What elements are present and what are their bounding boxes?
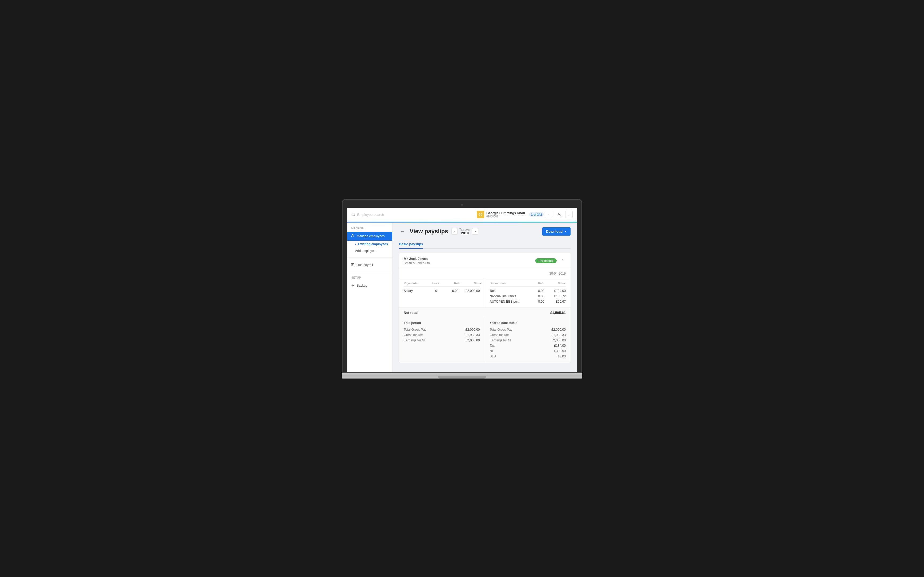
list-item: Gross for Tax £1,933.33 [404,332,480,338]
sidebar-divider-1 [347,257,392,258]
net-total-value: £1,595.61 [550,311,566,315]
payslip-tables: Payments Hours Rate Value Salary 0 0.00 [399,278,570,308]
list-item: Earnings for NI £2,000.00 [404,338,480,343]
run-payroll-icon [351,263,355,268]
table-row: Salary 0 0.00 £2,000.00 [404,288,480,293]
app-layout: MANAGE Manage employees Existing employe… [347,222,577,372]
payslip-date: 30-04-2019 [399,269,570,278]
search-icon [351,212,355,217]
camera-dot [461,204,463,206]
payslip-card: Mr Jack Jones Smith & Jones Ltd. Process… [399,253,570,363]
tab-basic-payslips-label: Basic payslips [399,242,423,246]
download-button[interactable]: Download ▼ [542,227,570,235]
ytd-key-4: NI [490,349,493,353]
ytd-key-1: Gross for Tax [490,333,509,337]
net-total-label: Net total [404,311,418,315]
tax-year-label: Tax year [459,228,470,231]
list-item: Total Gross Pay £2,000.00 [490,327,566,332]
deductions-table: Deductions Rate Value Tax 0.00 £184.00 [485,278,571,308]
svg-rect-4 [351,263,354,266]
table-row: AUTOPEN EES per. 0.00 £66.67 [490,299,566,304]
top-bar-right: ⌄ [556,211,573,218]
deductions-header-row: Deductions Rate Value [490,282,566,287]
list-item: Earnings for NI £2,000.00 [490,338,566,343]
this-period-val-0: £2,000.00 [465,328,480,332]
list-item: NI £330.50 [490,348,566,354]
tax-year-nav: ‹ Tax year 2019 › [451,228,478,235]
tabs-bar: Basic payslips [399,240,570,249]
tax-year-prev-button[interactable]: ‹ [451,228,458,235]
search-placeholder: Employee search [357,213,384,217]
deduction-rate-0: 0.00 [523,289,544,293]
deduction-label-2: AUTOPEN EES per. [490,300,523,303]
manage-employees-label: Manage employees [357,234,385,238]
payslip-header-right: Processed ⌃ [535,258,566,264]
sidebar-item-run-payroll[interactable]: Run payroll [347,261,392,269]
ytd-col: Year to date totals Total Gross Pay £2,0… [485,318,571,363]
ytd-heading: Year to date totals [490,321,566,325]
ytd-key-2: Earnings for NI [490,338,511,342]
list-item: SLD £0.00 [490,354,566,359]
list-item: Tax £184.00 [490,343,566,348]
this-period-key-2: Earnings for NI [404,338,425,342]
page-title: View payslips [410,228,448,235]
deduction-rate-1: 0.00 [523,294,544,298]
main-content: ← View payslips ‹ Tax year 2019 › [393,222,577,372]
back-button[interactable]: ← [399,227,406,235]
sidebar: MANAGE Manage employees Existing employe… [347,222,393,372]
svg-point-2 [559,213,560,214]
existing-employees-label: Existing employees [358,242,388,246]
search-area[interactable]: Employee search [351,212,477,217]
tax-year-next-button[interactable]: › [472,228,478,235]
ytd-key-5: SLD [490,355,496,358]
backup-icon [351,284,355,288]
sidebar-item-backup[interactable]: Backup [347,281,392,290]
deduction-label-0: Tax [490,289,523,293]
deductions-rate-col: Rate [523,282,544,285]
ytd-key-3: Tax [490,344,495,348]
page-header-left: ← View payslips ‹ Tax year 2019 › [399,227,478,235]
this-period-val-2: £2,000.00 [465,338,480,342]
avatar: GC [477,211,484,218]
sidebar-item-existing-employees[interactable]: Existing employees [347,241,392,248]
payment-rate-0: 0.00 [437,289,459,293]
backup-label: Backup [357,284,367,287]
laptop-bezel: Employee search GC Georgia Cummings Knol… [342,199,582,372]
nav-counter: 1 of 242 › [529,211,552,218]
tab-basic-payslips[interactable]: Basic payslips [399,240,423,248]
employee-id: 01000001 [486,215,525,218]
status-badge: Processed [535,258,557,263]
ytd-val-2: £2,000.00 [552,338,566,342]
this-period-col: This period Total Gross Pay £2,000.00 Gr… [399,318,485,363]
laptop-base [342,372,582,379]
svg-point-0 [352,213,354,215]
this-period-val-1: £1,933.33 [465,333,480,337]
deductions-value-col: Value [544,282,566,285]
nav-next-button[interactable]: › [545,211,552,218]
deduction-value-0: £184.00 [544,289,566,293]
download-chevron-icon: ▼ [564,230,567,233]
download-label: Download [546,229,562,234]
payments-table: Payments Hours Rate Value Salary 0 0.00 [399,278,485,308]
svg-point-3 [352,234,353,235]
deduction-value-2: £66.67 [544,300,566,303]
deductions-col-label: Deductions [490,282,523,285]
net-total-row: Net total £1,595.61 [399,308,570,318]
manage-section-label: MANAGE [347,227,392,230]
payment-hours-0: 0 [416,289,437,293]
user-icon-button[interactable] [556,211,563,218]
sidebar-item-add-employee[interactable]: Add employee [347,248,392,254]
this-period-key-1: Gross for Tax [404,333,423,337]
this-period-key-0: Total Gross Pay [404,328,426,332]
sidebar-item-manage-employees[interactable]: Manage employees [347,232,392,241]
ytd-val-3: £184.00 [554,344,566,348]
payments-hours-col: Hours [418,282,439,285]
payslip-company: Smith & Jones Ltd. [404,261,431,265]
dropdown-arrow-button[interactable]: ⌄ [565,211,573,218]
employee-info: GC Georgia Cummings Knoll 01000001 1 of … [477,211,552,218]
ytd-val-0: £2,000.00 [552,328,566,332]
table-row: Tax 0.00 £184.00 [490,288,566,293]
payment-value-0: £2,000.00 [459,289,480,293]
collapse-button[interactable]: ⌃ [559,258,566,264]
ytd-val-5: £0.00 [558,355,566,358]
